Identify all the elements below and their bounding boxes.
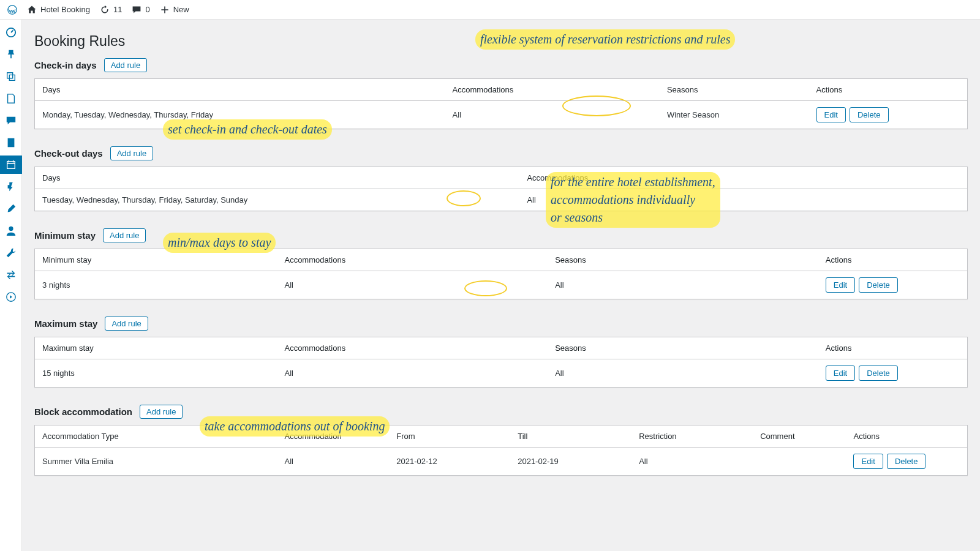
th-till: Till — [510, 425, 631, 448]
sidebar-dashboard[interactable] — [0, 23, 22, 42]
table-checkout: Days Accommodations Tuesday, Wednesday, … — [34, 167, 968, 211]
cell-type: Summer Villa Emilia — [35, 448, 277, 476]
table-minstay: Minimum stay Accommodations Seasons Acti… — [34, 249, 968, 299]
sidebar-collapse[interactable] — [0, 288, 22, 306]
media-icon — [6, 71, 17, 82]
transfer-icon — [6, 269, 17, 280]
th-seasons: Seasons — [548, 249, 818, 271]
plus-icon — [160, 5, 170, 15]
sidebar-comments[interactable] — [0, 111, 22, 130]
section-maxstay: Maximum stay Add rule Maximum stay Accom… — [34, 317, 968, 388]
updates-link[interactable]: 11 — [100, 5, 122, 15]
sidebar-users[interactable] — [0, 222, 22, 240]
collapse-icon — [6, 291, 17, 302]
cell-seasons: Winter Season — [660, 101, 809, 129]
cell-accommodation: All — [277, 448, 389, 476]
sidebar-pages[interactable] — [0, 89, 22, 108]
page-icon — [6, 93, 17, 104]
delete-button[interactable]: Delete — [850, 107, 889, 122]
annotation-flexible: flexible system of reservation restricti… — [475, 29, 735, 50]
updates-count: 11 — [113, 5, 122, 14]
sidebar-hotel[interactable] — [0, 133, 22, 152]
delete-button[interactable]: Delete — [859, 365, 898, 381]
add-rule-minstay[interactable]: Add rule — [103, 228, 146, 242]
add-rule-block[interactable]: Add rule — [140, 405, 183, 419]
section-checkout: Check-out days Add rule Days Accommodati… — [34, 146, 968, 211]
calendar-icon — [6, 159, 17, 170]
th-restriction: Restriction — [631, 425, 753, 448]
cell-min: 3 nights — [35, 271, 277, 299]
th-max: Maximum stay — [35, 337, 277, 359]
new-label: New — [173, 5, 189, 14]
section-title-minstay: Minimum stay — [34, 230, 96, 241]
sidebar-appearance[interactable] — [0, 200, 22, 218]
wp-logo[interactable] — [7, 5, 17, 15]
cell-seasons: All — [548, 271, 818, 299]
th-seasons: Seasons — [548, 337, 818, 359]
th-actions: Actions — [846, 425, 967, 448]
edit-button[interactable]: Edit — [816, 107, 846, 122]
sidebar-transfer[interactable] — [0, 266, 22, 284]
wrench-icon — [6, 247, 17, 258]
cell-till: 2021-02-19 — [510, 448, 631, 476]
user-icon — [6, 225, 17, 236]
brush-icon — [6, 203, 17, 214]
th-days: Days — [35, 79, 445, 101]
sidebar-pins[interactable] — [0, 45, 22, 64]
th-actions: Actions — [818, 249, 968, 271]
edit-button[interactable]: Edit — [826, 365, 855, 381]
th-from: From — [389, 425, 510, 448]
section-title-maxstay: Maximum stay — [34, 318, 97, 329]
section-block: Block accommodation Add rule Accommodati… — [34, 405, 968, 476]
cell-accommodations: All — [277, 271, 548, 299]
pin-icon — [6, 49, 17, 60]
th-accommodations: Accommodations — [277, 249, 548, 271]
sidebar-calendar[interactable] — [0, 156, 22, 174]
wordpress-icon — [7, 5, 17, 15]
cell-accommodations: All — [445, 101, 660, 129]
add-rule-checkout[interactable]: Add rule — [110, 146, 153, 160]
edit-button[interactable]: Edit — [826, 277, 855, 293]
cell-days: Tuesday, Wednesday, Thursday, Friday, Sa… — [35, 189, 520, 211]
annotation-scope: for the entire hotel establishment, acco… — [546, 172, 720, 228]
annotation-block: take accommodations out of booking — [200, 416, 390, 437]
add-rule-checkin[interactable]: Add rule — [104, 58, 147, 72]
svg-point-2 — [9, 227, 13, 231]
delete-button[interactable]: Delete — [859, 277, 898, 293]
cell-seasons: All — [548, 359, 818, 388]
site-link[interactable]: Hotel Booking — [27, 5, 90, 15]
th-comment: Comment — [753, 425, 846, 448]
th-actions: Actions — [809, 79, 968, 101]
new-link[interactable]: New — [160, 5, 189, 15]
th-actions: Actions — [818, 337, 968, 359]
section-checkin: Check-in days Add rule Days Accommodatio… — [34, 58, 968, 129]
table-row: 3 nights All All Edit Delete — [35, 271, 968, 299]
delete-button[interactable]: Delete — [887, 454, 926, 469]
site-title: Hotel Booking — [40, 5, 90, 14]
dashboard-icon — [6, 27, 17, 38]
building-icon — [6, 137, 17, 148]
comments-link[interactable]: 0 — [132, 5, 149, 15]
cell-from: 2021-02-12 — [389, 448, 510, 476]
sidebar-tools[interactable] — [0, 244, 22, 262]
section-title-checkout: Check-out days — [34, 148, 103, 159]
th-seasons: Seasons — [660, 79, 809, 101]
table-row: Summer Villa Emilia All 2021-02-12 2021-… — [35, 448, 968, 476]
add-rule-maxstay[interactable]: Add rule — [105, 317, 148, 331]
table-maxstay: Maximum stay Accommodations Seasons Acti… — [34, 337, 968, 388]
section-title-checkin: Check-in days — [34, 60, 97, 70]
sidebar-plugins[interactable] — [0, 178, 22, 196]
table-row: Tuesday, Wednesday, Thursday, Friday, Sa… — [35, 189, 968, 211]
home-icon — [27, 5, 37, 15]
edit-button[interactable]: Edit — [853, 454, 883, 469]
plugin-icon — [6, 181, 17, 192]
comments-count: 0 — [145, 5, 149, 14]
th-accommodations: Accommodations — [277, 337, 548, 359]
refresh-icon — [100, 5, 110, 15]
table-row: 15 nights All All Edit Delete — [35, 359, 968, 388]
th-accommodations: Accommodations — [445, 79, 660, 101]
admin-sidebar — [0, 20, 22, 517]
section-title-block: Block accommodation — [34, 407, 132, 417]
th-days: Days — [35, 167, 520, 189]
sidebar-media[interactable] — [0, 67, 22, 86]
